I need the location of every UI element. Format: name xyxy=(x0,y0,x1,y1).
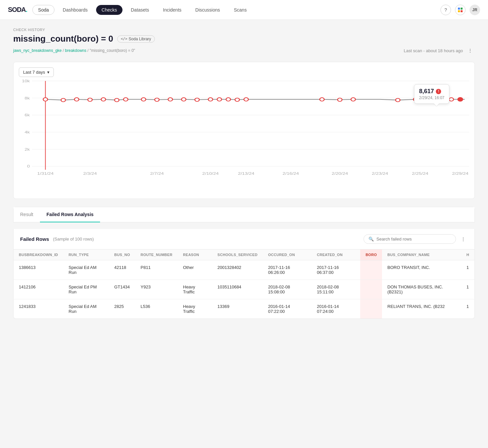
cell-busbreakdown-id: 1412106 xyxy=(14,280,63,299)
svg-text:2/7/24: 2/7/24 xyxy=(150,171,164,176)
breadcrumb-check: "missing_count(boro) = 0" xyxy=(90,48,135,53)
soda-library-badge[interactable]: </> Soda Library xyxy=(117,35,155,43)
breadcrumb-dataset[interactable]: jaws_nyc_breakdowns_gke xyxy=(13,48,62,53)
failed-rows-subtitle: (Sample of 100 rows) xyxy=(53,237,94,242)
soda-library-label: Soda Library xyxy=(129,37,151,41)
nav-icons: ? JR xyxy=(440,5,480,15)
col-created-on: CREATED_ON xyxy=(312,249,360,260)
user-avatar[interactable]: JR xyxy=(470,5,480,15)
svg-point-17 xyxy=(43,98,48,101)
table-row: 1386613 Special Ed AM Run 42118 P811 Oth… xyxy=(14,260,474,280)
svg-point-18 xyxy=(61,98,66,102)
table-head: BUSBREAKDOWN_ID RUN_TYPE BUS_NO ROUTE_NU… xyxy=(14,249,474,260)
cell-busbreakdown-id: 1386613 xyxy=(14,260,63,280)
cell-bus-no: 42118 xyxy=(109,260,135,280)
col-occured-on: OCCURED_ON xyxy=(263,249,312,260)
search-box[interactable]: 🔍 xyxy=(364,234,456,244)
svg-point-33 xyxy=(244,98,249,101)
period-select[interactable]: Last 7 days ▾ xyxy=(19,67,54,77)
cell-run-type: Special Ed AM Run xyxy=(63,299,109,319)
navbar: SODA. Soda Dashboards Checks Datasets In… xyxy=(0,0,488,20)
svg-text:2k: 2k xyxy=(25,147,30,151)
chevron-down-icon: ▾ xyxy=(47,70,50,75)
logo: SODA. xyxy=(8,6,27,14)
svg-point-31 xyxy=(226,98,231,101)
search-input[interactable] xyxy=(376,237,451,242)
svg-point-42 xyxy=(458,97,463,101)
nav-incidents[interactable]: Incidents xyxy=(157,5,187,15)
scan-info-row: Last scan - about 18 hours ago ⋮ xyxy=(404,46,475,55)
chart-card: Last 7 days ▾ 8,617 2/29/24, 16:07 xyxy=(13,62,475,199)
nav-scans[interactable]: Scans xyxy=(228,5,252,15)
cell-bus-company-name: BORO TRANSIT, INC. xyxy=(382,260,461,280)
nav-datasets[interactable]: Datasets xyxy=(125,5,155,15)
svg-text:2/13/24: 2/13/24 xyxy=(238,171,255,176)
svg-text:2/16/24: 2/16/24 xyxy=(283,171,299,176)
page-more-button[interactable]: ⋮ xyxy=(466,46,475,55)
cell-bus-no: GT1434 xyxy=(109,280,135,299)
cell-route-number: Y923 xyxy=(135,280,178,299)
svg-point-27 xyxy=(182,98,186,101)
cell-reason: Other xyxy=(178,260,212,280)
cell-bus-company-name: DON THOMAS BUSES, INC. (B2321) xyxy=(382,280,461,299)
nav-discussions[interactable]: Discussions xyxy=(190,5,226,15)
cell-occured-on: 2018-02-08 15:08:00 xyxy=(263,280,312,299)
tab-result[interactable]: Result xyxy=(14,207,40,222)
table-row: 1241833 Special Ed AM Run 2825 L536 Heav… xyxy=(14,299,474,319)
svg-point-29 xyxy=(208,98,213,101)
cell-schools-serviced: 13369 xyxy=(212,299,263,319)
svg-text:6k: 6k xyxy=(25,113,30,117)
svg-text:2/20/24: 2/20/24 xyxy=(331,171,348,176)
check-meta-row: jaws_nyc_breakdowns_gke / breakdowns / "… xyxy=(13,46,475,55)
svg-point-22 xyxy=(115,98,119,102)
svg-point-30 xyxy=(217,98,222,101)
svg-rect-3 xyxy=(461,10,463,12)
integrations-icon[interactable] xyxy=(455,5,466,15)
breadcrumb-sep1: / xyxy=(63,48,65,53)
svg-point-23 xyxy=(123,98,128,101)
svg-text:2/25/24: 2/25/24 xyxy=(412,171,429,176)
svg-point-41 xyxy=(449,98,454,101)
cell-h: 1 xyxy=(461,299,474,319)
failed-rows-table: BUSBREAKDOWN_ID RUN_TYPE BUS_NO ROUTE_NU… xyxy=(14,249,474,318)
cell-created-on: 2016-01-14 07:24:00 xyxy=(312,299,360,319)
nav-soda[interactable]: Soda xyxy=(32,5,54,15)
col-route-number: ROUTE_NUMBER xyxy=(135,249,178,260)
svg-point-36 xyxy=(351,98,356,101)
cell-boro xyxy=(360,280,382,299)
svg-text:0: 0 xyxy=(27,164,30,168)
breadcrumb-view[interactable]: breakdowns xyxy=(65,48,87,53)
page-content: CHECK HISTORY missing_count(boro) = 0 </… xyxy=(0,20,488,448)
cell-h: 1 xyxy=(461,280,474,299)
table-row: 1412106 Special Ed PM Run GT1434 Y923 He… xyxy=(14,280,474,299)
svg-point-21 xyxy=(101,98,106,101)
cell-run-type: Special Ed PM Run xyxy=(63,280,109,299)
svg-text:2/3/24: 2/3/24 xyxy=(83,171,97,176)
code-icon: </> xyxy=(121,37,127,41)
check-history-label: CHECK HISTORY xyxy=(13,28,475,32)
help-icon[interactable]: ? xyxy=(440,5,451,15)
cell-occured-on: 2017-11-16 06:26:00 xyxy=(263,260,312,280)
tabs-container: Result Failed Rows Analysis xyxy=(13,207,475,222)
cell-created-on: 2017-11-16 06:37:00 xyxy=(312,260,360,280)
cell-reason: Heavy Traffic xyxy=(178,299,212,319)
svg-point-25 xyxy=(155,98,159,101)
cell-bus-company-name: RELIANT TRANS, INC. (B232 xyxy=(382,299,461,319)
nav-checks[interactable]: Checks xyxy=(96,5,123,15)
col-boro: BORO xyxy=(360,249,382,260)
svg-text:2/23/24: 2/23/24 xyxy=(372,171,388,176)
svg-point-40 xyxy=(436,98,440,101)
table-more-button[interactable]: ⋮ xyxy=(459,235,468,244)
breadcrumb-sep2: / xyxy=(87,48,90,53)
period-label: Last 7 days xyxy=(23,70,45,75)
table-scroll-area: BUSBREAKDOWN_ID RUN_TYPE BUS_NO ROUTE_NU… xyxy=(14,249,474,318)
cell-boro xyxy=(360,299,382,319)
svg-text:2/29/24: 2/29/24 xyxy=(452,171,469,176)
failed-rows-card: Failed Rows (Sample of 100 rows) 🔍 ⋮ BUS… xyxy=(13,229,475,319)
tab-failed-rows-analysis[interactable]: Failed Rows Analysis xyxy=(40,207,100,222)
failed-rows-title: Failed Rows xyxy=(20,236,49,242)
chart-svg: 10k 8k 6k 4k 2k 0 xyxy=(32,81,469,183)
col-bus-no: BUS_NO xyxy=(109,249,135,260)
nav-dashboards[interactable]: Dashboards xyxy=(57,5,93,15)
cell-busbreakdown-id: 1241833 xyxy=(14,299,63,319)
